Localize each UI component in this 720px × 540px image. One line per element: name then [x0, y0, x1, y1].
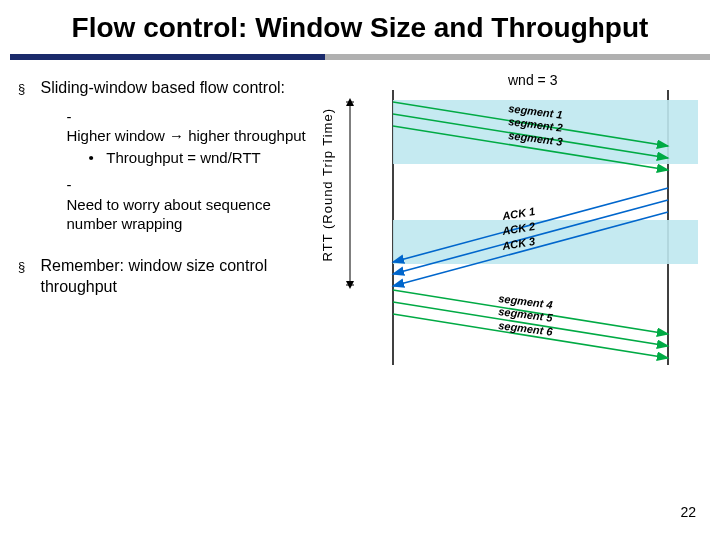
- slide-title: Flow control: Window Size and Throughput: [20, 12, 700, 44]
- bullet-1-sub-2-text: Need to worry about sequence number wrap…: [66, 195, 306, 234]
- bullet-1-sub-2: Need to worry about sequence number wrap…: [66, 175, 320, 234]
- page-number: 22: [680, 504, 696, 520]
- bullet-2-text: Remember: window size control throughput: [40, 256, 320, 298]
- diagram-area: RTT (Round Trip Time) wnd = 3: [328, 78, 712, 313]
- wnd-label: wnd = 3: [508, 72, 557, 88]
- bullet-1-sub-1-text: Higher window → higher throughput: [66, 127, 305, 144]
- bullet-1-sub-1-sub-1: Throughput = wnd/RTT: [88, 148, 306, 168]
- content-row: Sliding-window based flow control: Highe…: [0, 78, 720, 313]
- throughput-formula: Throughput = wnd/RTT: [106, 149, 260, 166]
- bullet-column: Sliding-window based flow control: Highe…: [18, 78, 328, 313]
- rtt-axis-label: RTT (Round Trip Time): [320, 0, 335, 108]
- slide-title-block: Flow control: Window Size and Throughput: [0, 0, 720, 52]
- bullet-1: Sliding-window based flow control: Highe…: [18, 78, 328, 240]
- bullet-1-sub-1: Higher window → higher throughput Throug…: [66, 107, 320, 170]
- bullet-1-text: Sliding-window based flow control:: [40, 79, 285, 96]
- timing-diagram: segment 1 segment 2 segment 3 ACK 1 ACK …: [338, 90, 698, 370]
- svg-rect-8: [393, 220, 698, 264]
- title-divider: [10, 54, 710, 60]
- bullet-2: Remember: window size control throughput: [18, 256, 328, 298]
